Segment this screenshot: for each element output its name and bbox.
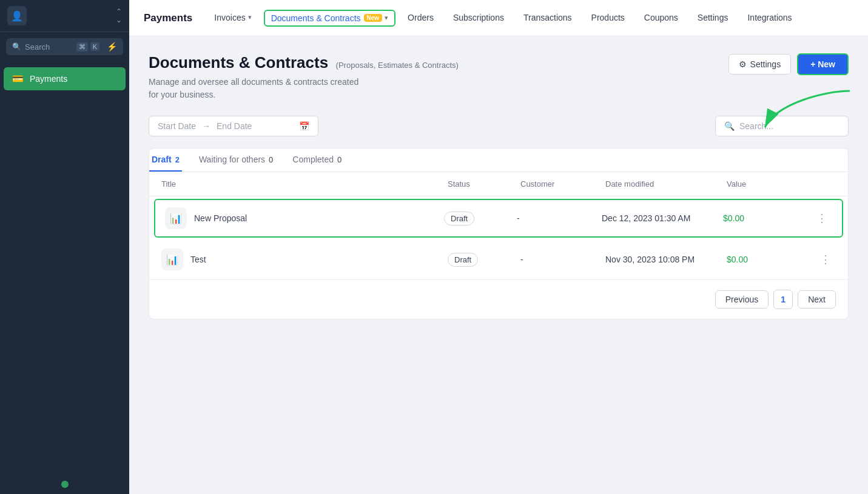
row-actions-cell: ⋮ — [812, 250, 836, 269]
row-title: Test — [190, 255, 206, 264]
nav-settings-label: Settings — [698, 13, 728, 22]
row-customer-cell: - — [517, 213, 602, 223]
status-badge: Draft — [448, 253, 478, 267]
date-range-filter[interactable]: Start Date → End Date 📅 — [149, 116, 318, 136]
nav-item-coupons[interactable]: Coupons — [634, 0, 688, 36]
tabs-bar: Draft 2 Waiting for others 0 Completed 0 — [149, 149, 848, 172]
cmd-key: ⌘ — [76, 42, 88, 52]
search-placeholder: Search... — [739, 121, 773, 131]
table-row: 📊 New Proposal Draft - Dec 12, 2023 01:3… — [154, 199, 843, 238]
document-icon: 📊 — [165, 207, 187, 229]
nav-integrations-label: Integrations — [747, 13, 792, 22]
nav-orders-label: Orders — [408, 13, 434, 22]
search-icon: 🔍 — [12, 42, 21, 51]
nav-subscriptions-label: Subscriptions — [453, 13, 504, 22]
page-title-row: Documents & Contracts (Proposals, Estima… — [149, 53, 459, 72]
start-date-label: Start Date — [158, 121, 196, 131]
invoices-chevron-icon: ▾ — [248, 13, 252, 21]
page-title: Documents & Contracts — [149, 53, 328, 72]
col-actions — [812, 179, 836, 189]
nav-item-documents[interactable]: Documents & Contracts New ▾ — [264, 10, 395, 27]
settings-button[interactable]: ⚙ Settings — [728, 54, 792, 75]
row-value-cell: $0.00 — [723, 213, 808, 223]
search-bar[interactable]: 🔍 Search... — [715, 116, 849, 136]
documents-table: Draft 2 Waiting for others 0 Completed 0… — [149, 148, 849, 319]
row-title: New Proposal — [194, 213, 247, 223]
row-title-cell: 📊 Test — [161, 249, 448, 270]
tab-draft[interactable]: Draft 2 — [149, 149, 182, 172]
row-menu-button[interactable]: ⋮ — [812, 209, 832, 227]
tab-draft-count: 2 — [175, 155, 180, 164]
nav-item-subscriptions[interactable]: Subscriptions — [443, 0, 514, 36]
brand-logo: Payments — [144, 12, 192, 24]
row-date-cell: Nov 30, 2023 10:08 PM — [605, 255, 727, 264]
tab-waiting-label: Waiting for others — [199, 155, 265, 164]
nav-item-settings[interactable]: Settings — [688, 0, 738, 36]
nav-coupons-label: Coupons — [644, 13, 678, 22]
search-shortcut: ⌘ K — [76, 42, 99, 52]
sidebar-search-label: Search — [25, 42, 50, 52]
status-badge: Draft — [444, 212, 474, 225]
table-header-row: Title Status Customer Date modified Valu… — [149, 172, 848, 196]
sidebar-item-label: Payments — [30, 74, 67, 84]
tab-completed-label: Completed — [292, 155, 334, 164]
page-title-group: Documents & Contracts (Proposals, Estima… — [149, 53, 459, 101]
document-icon: 📊 — [161, 249, 183, 270]
row-actions-cell: ⋮ — [808, 209, 832, 227]
page-number[interactable]: 1 — [773, 290, 793, 309]
nav-products-label: Products — [591, 13, 625, 22]
sidebar-item-payments[interactable]: 💳 Payments — [4, 67, 126, 90]
previous-button[interactable]: Previous — [715, 290, 769, 309]
nav-invoices-label: Invoices — [214, 13, 245, 22]
documents-chevron-icon: ▾ — [385, 14, 388, 22]
row-menu-button[interactable]: ⋮ — [815, 250, 836, 269]
new-button[interactable]: + New — [797, 53, 849, 75]
sidebar: 👤 ⌃⌄ 🔍 Search ⌘ K ⚡ 💳 Payments — [0, 0, 129, 494]
next-button[interactable]: Next — [798, 290, 836, 309]
main-area: Payments Invoices ▾ Documents & Contract… — [129, 0, 868, 494]
payments-icon: 💳 — [12, 73, 24, 84]
tab-draft-label: Draft — [152, 155, 172, 164]
row-customer-cell: - — [520, 255, 605, 264]
sidebar-user-row[interactable]: 👤 ⌃⌄ — [0, 0, 129, 32]
sidebar-user-left: 👤 — [7, 6, 27, 25]
row-status-cell: Draft — [444, 212, 517, 225]
row-value-cell: $0.00 — [727, 255, 812, 264]
nav-item-transactions[interactable]: Transactions — [514, 0, 582, 36]
sidebar-footer — [0, 475, 129, 494]
search-bolt-icon: ⚡ — [107, 42, 117, 52]
filters-row: Start Date → End Date 📅 🔍 Search... — [149, 116, 849, 136]
k-key: K — [90, 42, 99, 51]
nav-item-integrations[interactable]: Integrations — [738, 0, 801, 36]
top-navigation: Payments Invoices ▾ Documents & Contract… — [129, 0, 868, 36]
page-subtitle: (Proposals, Estimates & Contracts) — [336, 61, 459, 70]
gear-icon: ⚙ — [739, 59, 747, 69]
nav-item-products[interactable]: Products — [582, 0, 634, 36]
calendar-icon: 📅 — [299, 121, 309, 131]
search-icon: 🔍 — [724, 121, 735, 131]
col-value: Value — [727, 179, 812, 189]
tab-completed[interactable]: Completed 0 — [290, 149, 344, 172]
table-row: 📊 Test Draft - Nov 30, 2023 10:08 PM $0.… — [149, 240, 848, 279]
sidebar-nav: 💳 Payments — [0, 61, 129, 475]
sidebar-search-bar[interactable]: 🔍 Search ⌘ K ⚡ — [6, 38, 123, 55]
col-title: Title — [161, 179, 448, 189]
page-actions: ⚙ Settings + New — [728, 53, 849, 75]
nav-item-invoices[interactable]: Invoices ▾ — [204, 0, 261, 36]
end-date-label: End Date — [217, 121, 252, 131]
new-badge: New — [364, 14, 383, 22]
page-content: Documents & Contracts (Proposals, Estima… — [129, 36, 868, 494]
nav-item-orders[interactable]: Orders — [398, 0, 443, 36]
tab-waiting[interactable]: Waiting for others 0 — [197, 149, 275, 172]
col-date: Date modified — [605, 179, 727, 189]
page-description: Manage and oversee all documents & contr… — [149, 76, 459, 101]
avatar: 👤 — [7, 6, 27, 25]
row-date-cell: Dec 12, 2023 01:30 AM — [602, 213, 723, 223]
row-status-cell: Draft — [448, 253, 520, 267]
tab-completed-count: 0 — [337, 155, 341, 164]
row-title-cell: 📊 New Proposal — [165, 207, 444, 229]
col-customer: Customer — [520, 179, 605, 189]
date-range-arrow: → — [202, 121, 210, 131]
tab-waiting-count: 0 — [269, 155, 273, 164]
sidebar-expand-icon[interactable]: ⌃⌄ — [116, 7, 122, 24]
